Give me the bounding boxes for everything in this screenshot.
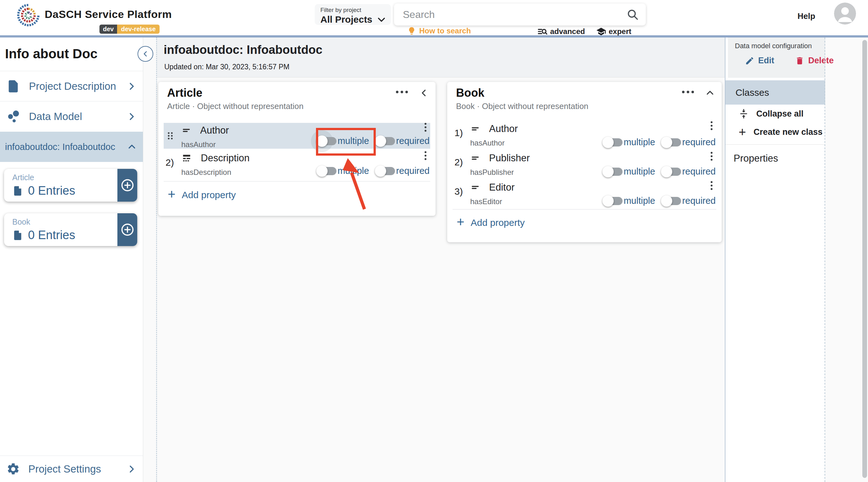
multiple-toggle-label: multiple [338, 136, 369, 146]
multiple-toggle[interactable] [603, 168, 622, 176]
how-to-search-link[interactable]: How to search [407, 26, 471, 35]
drag-handle-icon[interactable] [165, 130, 175, 142]
file-icon [12, 230, 24, 241]
app-title: DaSCH Service Platform [45, 8, 172, 21]
add-property-button[interactable]: + Add property [168, 189, 236, 201]
multiple-toggle[interactable] [317, 167, 336, 175]
multiple-toggle-label: multiple [624, 137, 655, 147]
last-updated-text: Updated on: Mar 30, 2023, 5:16:57 PM [164, 63, 289, 71]
top-bar: DaSCH Service Platform dev dev-release F… [0, 0, 868, 37]
property-menu-button[interactable] [423, 149, 428, 162]
multiple-toggle[interactable] [603, 197, 622, 205]
dasch-logo-icon[interactable] [16, 2, 41, 28]
required-toggle-label: required [682, 196, 716, 206]
scatter-plot-icon [6, 109, 21, 124]
collapse-all-button[interactable]: Collapse all [725, 105, 825, 123]
property-id: hasPublisher [470, 168, 530, 177]
project-filter-dropdown[interactable]: Filter by project All Projects [315, 4, 391, 25]
search-input[interactable] [394, 9, 626, 21]
short-text-icon [470, 124, 480, 134]
add-property-label: Add property [471, 217, 525, 228]
required-toggle[interactable] [375, 137, 395, 145]
data-model-config-panel: Data model configuration Edit Delete Cla… [725, 37, 825, 482]
expert-search-button[interactable]: expert [596, 26, 631, 36]
chevron-down-icon [376, 15, 386, 25]
class-card-article[interactable]: Article 0 Entries [4, 169, 137, 202]
sidebar-item-label: Project Description [29, 80, 116, 92]
class-card-book[interactable]: Book 0 Entries [4, 213, 137, 246]
delete-data-model-button[interactable]: Delete [795, 56, 834, 65]
required-toggle-label: required [396, 166, 430, 176]
class-menu-button[interactable] [682, 91, 694, 93]
add-property-button[interactable]: + Add property [457, 217, 525, 229]
search-icon[interactable] [626, 8, 639, 21]
class-name: Article [167, 86, 203, 100]
property-id: hasEditor [470, 197, 515, 206]
collapse-class-chevron-up-icon[interactable] [419, 88, 429, 98]
add-property-label: Add property [182, 190, 236, 200]
how-to-search-label: How to search [419, 26, 471, 35]
config-divider [725, 144, 825, 145]
project-title: Info about Doc [5, 46, 98, 61]
short-text-icon [181, 125, 191, 136]
property-id: hasDescription [181, 168, 250, 177]
required-toggle[interactable] [661, 138, 681, 146]
card-divider [164, 181, 430, 181]
property-row-author: Author hasAuthor multiple required [164, 123, 430, 149]
sidebar-item-project-description[interactable]: Project Description [0, 71, 143, 101]
user-avatar[interactable] [834, 2, 856, 25]
lightbulb-icon [407, 26, 416, 35]
add-book-entry-button[interactable] [117, 213, 137, 246]
required-toggle-label: required [682, 166, 716, 177]
property-id: hasAuthor [470, 139, 518, 147]
required-toggle[interactable] [661, 168, 681, 176]
required-toggle[interactable] [661, 197, 681, 205]
property-row-author: 1) Author hasAuthor multiple required [453, 121, 716, 150]
class-card-article-editor: Article Article · Object without represe… [158, 82, 436, 216]
multiple-toggle-label: multiple [624, 196, 655, 206]
plus-circle-icon [121, 223, 134, 236]
sidebar-item-project-settings[interactable]: Project Settings [0, 456, 143, 482]
search-bar [394, 3, 646, 26]
gear-icon [6, 462, 20, 476]
sidebar-item-data-model[interactable]: Data Model [0, 101, 143, 131]
plus-circle-icon [121, 178, 134, 192]
required-toggle-label: required [396, 136, 430, 146]
chevron-left-icon [142, 50, 149, 58]
add-article-entry-button[interactable] [117, 169, 137, 202]
expert-search-icon [596, 26, 606, 36]
required-toggle[interactable] [375, 167, 395, 175]
property-menu-button[interactable] [709, 150, 714, 163]
card-divider [453, 209, 716, 209]
short-text-icon [470, 153, 480, 163]
collapse-class-chevron-up-icon[interactable] [705, 88, 715, 98]
property-name: Author [200, 125, 229, 136]
sidebar-collapse-button[interactable] [137, 46, 153, 62]
property-row-description: 2) Description hasDescription multiple [164, 149, 430, 181]
dasch-service-platform-app: DaSCH Service Platform dev dev-release F… [0, 0, 868, 482]
property-name: Publisher [489, 152, 530, 164]
edit-label: Edit [758, 56, 774, 65]
class-subtitle: Book · Object without representation [456, 102, 589, 111]
multiple-toggle[interactable] [317, 137, 336, 145]
help-link[interactable]: Help [798, 11, 815, 21]
sidebar-item-infoaboutdoc-selected[interactable]: infoaboutdoc: Infoaboutdoc [0, 132, 143, 162]
entries-count: 0 Entries [28, 184, 75, 198]
class-name: Book [456, 86, 484, 100]
properties-section-header: Properties [734, 153, 825, 164]
class-card-book-editor: Book Book · Object without representatio… [447, 82, 722, 242]
class-menu-button[interactable] [396, 91, 408, 93]
collapse-all-label: Collapse all [756, 109, 804, 119]
edit-data-model-button[interactable]: Edit [745, 56, 774, 65]
property-menu-button[interactable] [709, 119, 714, 132]
create-new-class-button[interactable]: + Create new class [725, 123, 825, 141]
multiple-toggle-label: multiple [338, 166, 369, 176]
sidebar-item-label: Project Settings [28, 463, 101, 475]
advanced-search-button[interactable]: advanced [537, 26, 585, 36]
config-title: Data model configuration [735, 42, 825, 50]
vertical-scrollbar[interactable] [862, 40, 867, 478]
property-menu-button[interactable] [709, 179, 714, 192]
property-menu-button[interactable] [423, 121, 428, 134]
multiple-toggle[interactable] [603, 138, 622, 146]
sidebar-nav: Project Description Data Model [0, 71, 143, 131]
